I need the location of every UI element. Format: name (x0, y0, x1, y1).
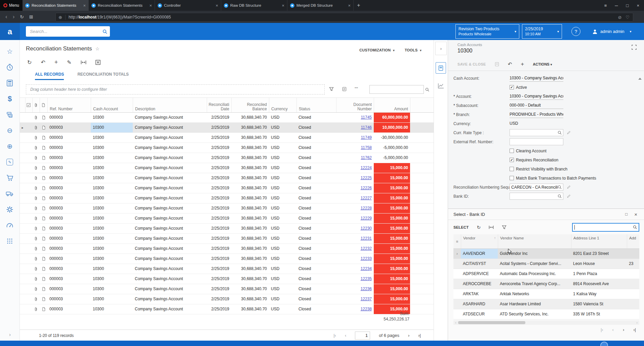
paperclip-icon[interactable] (32, 193, 40, 203)
panel-maximize-icon[interactable]: □ (625, 212, 628, 217)
paperclip-icon[interactable] (32, 274, 40, 284)
select-button[interactable]: SELECT (453, 225, 469, 229)
cell-vendor-name[interactable]: Automatic Data Processing Inc. (498, 269, 571, 279)
cell-description[interactable]: Company Savings Account (133, 294, 207, 304)
cell-ref-number[interactable]: 000003 (47, 113, 91, 122)
cell-currency[interactable]: USD (269, 133, 296, 143)
cell-reconciliation-date[interactable]: 2/25/2019 (207, 153, 231, 163)
cell-address2[interactable] (627, 269, 639, 279)
paperclip-icon[interactable] (32, 264, 40, 274)
tab-close-icon[interactable]: × (282, 3, 284, 8)
field-lookup[interactable]: CARECON - CA Reconciliatic (510, 184, 563, 191)
cell-reconciled-balance[interactable]: 30,688,340.70 (231, 133, 269, 143)
cell-address2[interactable]: 23 (627, 259, 639, 269)
table-row[interactable]: 00000310300Company Savings Account2/25/2… (20, 264, 434, 274)
cell-address1[interactable]: 1 Penn Plaza (571, 269, 627, 279)
document-link[interactable]: 12227 (361, 196, 372, 200)
vendor-row[interactable]: ASARHARDAsar Hardware Limited1580 Valenc… (453, 299, 639, 309)
paperclip-icon[interactable] (32, 244, 40, 254)
cell-vendor-name[interactable]: Acital Systems - Computer Servi... (498, 259, 571, 269)
note-icon[interactable] (40, 153, 47, 163)
document-link[interactable]: 11749 (361, 135, 372, 140)
cell-ref-number[interactable]: 000003 (47, 153, 91, 163)
filter-drop-zone[interactable]: Drag column header here to configure fil… (26, 84, 325, 94)
cell-description[interactable]: Company Savings Account (133, 234, 207, 243)
cell-ref-number[interactable]: 000003 (47, 214, 91, 223)
tab-close-icon[interactable]: × (215, 3, 218, 8)
table-row[interactable]: 00000310300Company Savings Account2/25/2… (20, 143, 434, 153)
cell-status[interactable]: Closed (296, 133, 336, 143)
cell-status[interactable]: Closed (296, 203, 336, 213)
cell-document-number[interactable]: 12231 (336, 234, 374, 243)
clock-icon[interactable] (6, 63, 14, 71)
cell-reconciled-balance[interactable]: 30,688,340.70 (231, 294, 269, 304)
cell-vendor-id[interactable]: ARKTAK (461, 289, 498, 299)
cell-address1[interactable]: 8914 Roosevelt Ave (571, 279, 627, 289)
minimize-icon[interactable]: ─ (615, 3, 618, 8)
favorite-star-icon[interactable]: ☆ (95, 46, 100, 51)
cell-status[interactable]: Closed (296, 143, 336, 153)
cell-description[interactable]: Company Savings Account (133, 123, 207, 132)
cell-amount[interactable]: 15,000.00 (374, 234, 410, 243)
user-menu[interactable]: admin admin ▾ (592, 23, 632, 40)
cell-status[interactable]: Closed (296, 214, 336, 223)
cell-reconciled-balance[interactable]: 30,688,340.70 (231, 123, 269, 132)
grid-header-row[interactable]: Ref. NumberCash AccountDescriptionReconc… (20, 98, 434, 113)
cell-cash-account[interactable]: 10300 (91, 123, 133, 132)
tab-menu-icon[interactable]: ≡ (604, 3, 607, 8)
cell-currency[interactable]: USD (269, 264, 296, 274)
document-link[interactable]: 11758 (361, 145, 372, 150)
note-icon[interactable] (40, 264, 47, 274)
cell-document-number[interactable]: 12224 (336, 163, 374, 173)
cell-reconciled-balance[interactable]: 30,688,340.70 (231, 153, 269, 163)
cell-reconciliation-date[interactable]: 2/25/2019 (207, 123, 231, 132)
form-checkbox[interactable]: Match Bank Transactions to Batch Payment… (510, 176, 596, 181)
cell-reconciled-balance[interactable]: 30,688,340.70 (231, 113, 269, 122)
form-checkbox[interactable]: Clearing Account (510, 149, 547, 153)
cell-status[interactable]: Closed (296, 113, 336, 122)
table-row[interactable]: 00000310300Company Savings Account2/25/2… (20, 244, 434, 254)
prev-page-icon[interactable]: ‹ (612, 327, 614, 332)
cell-reconciliation-date[interactable]: 2/25/2019 (207, 294, 231, 304)
paperclip-icon[interactable] (32, 123, 40, 132)
column-header[interactable]: Amount (374, 98, 410, 112)
cell-document-number[interactable]: 12225 (336, 173, 374, 183)
cell-ref-number[interactable]: 000003 (47, 264, 91, 274)
cart-icon[interactable] (6, 174, 14, 182)
paperclip-icon[interactable] (32, 234, 40, 243)
paperclip-icon[interactable] (32, 224, 40, 233)
note-icon[interactable] (40, 163, 47, 173)
scroll-right-icon[interactable]: › (635, 321, 639, 324)
grid-settings-icon[interactable]: ≡ (453, 234, 461, 248)
scroll-up-icon[interactable] (638, 78, 642, 80)
fullscreen-icon[interactable] (632, 45, 637, 50)
panel-breadcrumb[interactable]: Cash Accounts (457, 43, 482, 47)
panel-close-icon[interactable]: × (634, 212, 637, 217)
cell-currency[interactable]: USD (269, 274, 296, 284)
undo-icon[interactable]: ↶ (508, 61, 512, 67)
cell-description[interactable]: Company Savings Account (133, 143, 207, 153)
browser-menu-button[interactable]: Menu (0, 0, 23, 11)
cell-reconciliation-date[interactable]: 2/25/2019 (207, 214, 231, 223)
cell-cash-account[interactable]: 10300 (91, 203, 133, 213)
cell-currency[interactable]: USD (269, 143, 296, 153)
cell-currency[interactable]: USD (269, 244, 296, 254)
vendor-row[interactable]: ARKTAKArktak Networks1 Kalisa Way (453, 289, 639, 299)
view-tab[interactable]: RECONCILIATION TOTALS (77, 72, 129, 80)
cell-description[interactable]: Company Savings Account (133, 153, 207, 163)
cell-description[interactable]: Company Savings Account (133, 163, 207, 173)
add-record-icon[interactable]: + (54, 59, 58, 66)
first-page-icon[interactable]: |‹ (333, 333, 336, 338)
cell-reconciliation-date[interactable]: 2/25/2019 (207, 274, 231, 284)
edit-pencil-icon[interactable] (567, 185, 571, 189)
cell-document-number[interactable]: 12226 (336, 183, 374, 193)
document-link[interactable]: 11746 (361, 125, 372, 130)
edit-record-icon[interactable]: ✎ (67, 59, 71, 66)
note-icon[interactable] (40, 214, 47, 223)
browser-tab[interactable]: Merged DB Structure× (287, 0, 354, 11)
last-page-icon[interactable]: ›| (418, 333, 421, 338)
checkbox-icon[interactable] (510, 149, 514, 153)
gear-icon[interactable] (6, 205, 14, 214)
last-page-icon[interactable]: ›| (633, 327, 636, 332)
cell-currency[interactable]: USD (269, 203, 296, 213)
